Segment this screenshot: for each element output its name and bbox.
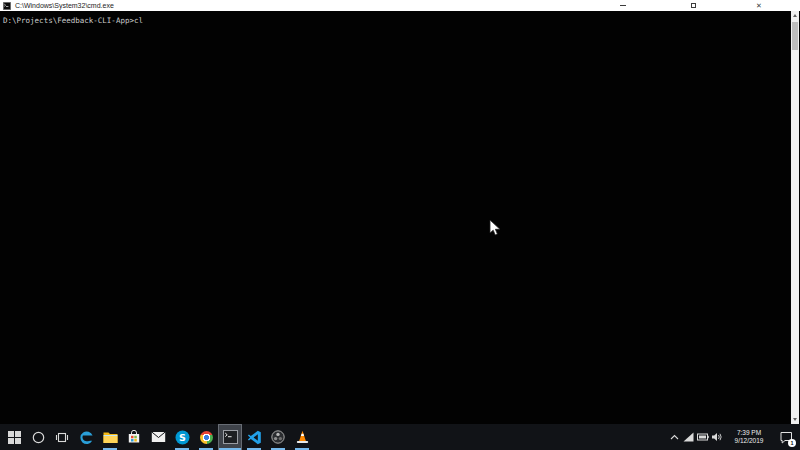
vscode-icon (247, 430, 262, 445)
terminal-area[interactable]: D:\Projects\Feedback-CLI-App>cl (0, 11, 800, 424)
taskbar-item-skype[interactable]: S (170, 424, 194, 450)
volume-button[interactable] (710, 424, 723, 450)
cmd-icon (223, 430, 238, 444)
folder-icon (103, 431, 118, 444)
tray-overflow-button[interactable] (668, 424, 681, 450)
start-button[interactable] (2, 424, 26, 450)
cortana-search-button[interactable] (26, 424, 50, 450)
edge-icon (79, 430, 94, 445)
window-title: C:\Windows\System32\cmd.exe (15, 2, 114, 9)
windows-logo-icon (8, 431, 21, 444)
chevron-up-icon (670, 434, 679, 440)
system-tray: 7:39 PM 9/12/2019 1 (668, 424, 800, 450)
battery-icon (697, 433, 709, 441)
taskbar-item-mail[interactable] (146, 424, 170, 450)
close-button[interactable]: ✕ (739, 0, 779, 11)
volume-icon (711, 432, 723, 442)
prompt-line: D:\Projects\Feedback-CLI-App>cl (3, 16, 143, 25)
taskbar-item-store[interactable] (122, 424, 146, 450)
clock[interactable]: 7:39 PM 9/12/2019 (726, 429, 772, 445)
clock-time: 7:39 PM (726, 429, 772, 437)
scrollbar[interactable] (791, 11, 799, 424)
cmd-window-icon (3, 2, 11, 10)
restore-icon (691, 3, 696, 8)
network-button[interactable] (682, 424, 695, 450)
vlc-cone-icon (295, 430, 310, 444)
svg-text:S: S (179, 431, 186, 442)
scroll-thumb[interactable] (792, 22, 798, 50)
taskbar-item-vscode[interactable] (242, 424, 266, 450)
envelope-icon (151, 431, 166, 443)
taskbar-item-chrome[interactable] (194, 424, 218, 450)
restore-button[interactable] (673, 0, 713, 11)
task-view-icon (55, 431, 69, 444)
skype-icon: S (175, 430, 190, 445)
taskbar-item-vlc[interactable] (290, 424, 314, 450)
scroll-down-button[interactable] (791, 415, 799, 424)
taskbar-item-file-explorer[interactable] (98, 424, 122, 450)
taskbar-item-edge[interactable] (74, 424, 98, 450)
minimize-button[interactable] (603, 0, 643, 11)
scroll-up-button[interactable] (791, 11, 799, 20)
scroll-up-icon (793, 14, 797, 17)
minimize-icon (620, 5, 626, 6)
network-icon (683, 432, 694, 442)
taskbar: S (0, 424, 800, 450)
clock-date: 9/12/2019 (726, 437, 772, 445)
taskbar-item-obs[interactable] (266, 424, 290, 450)
scroll-down-icon (793, 418, 797, 421)
close-icon: ✕ (756, 2, 762, 9)
obs-icon (271, 430, 285, 444)
window-titlebar: C:\Windows\System32\cmd.exe ✕ (0, 0, 800, 11)
cortana-circle-icon (32, 431, 45, 444)
chrome-icon (200, 431, 213, 444)
taskbar-item-cmd[interactable] (218, 424, 242, 450)
task-view-button[interactable] (50, 424, 74, 450)
taskbar-items: S (0, 424, 314, 450)
battery-button[interactable] (696, 424, 709, 450)
store-bag-icon (127, 430, 141, 444)
notification-badge: 1 (788, 439, 796, 447)
action-center-button[interactable]: 1 (774, 424, 798, 450)
